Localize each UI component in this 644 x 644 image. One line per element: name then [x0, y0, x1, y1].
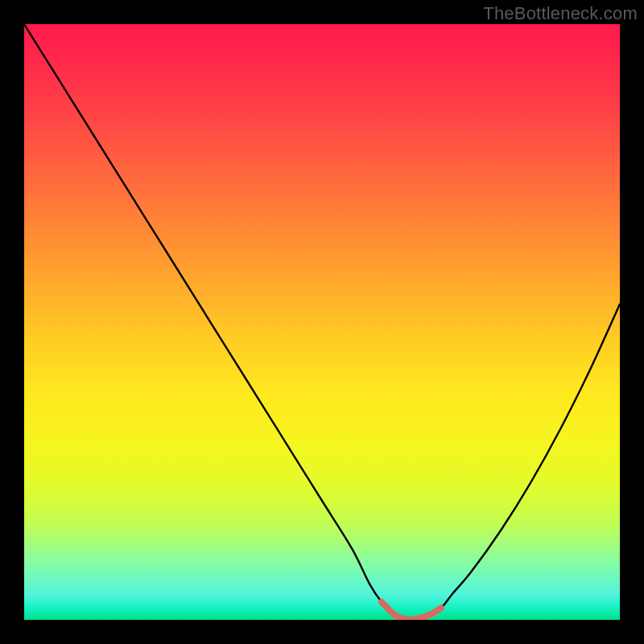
watermark-text: TheBottleneck.com — [483, 3, 638, 24]
bottleneck-curve — [24, 24, 620, 620]
curve-svg — [24, 24, 620, 620]
valley-highlight — [382, 602, 441, 620]
chart-container: TheBottleneck.com — [0, 0, 644, 644]
plot-area — [24, 24, 620, 620]
